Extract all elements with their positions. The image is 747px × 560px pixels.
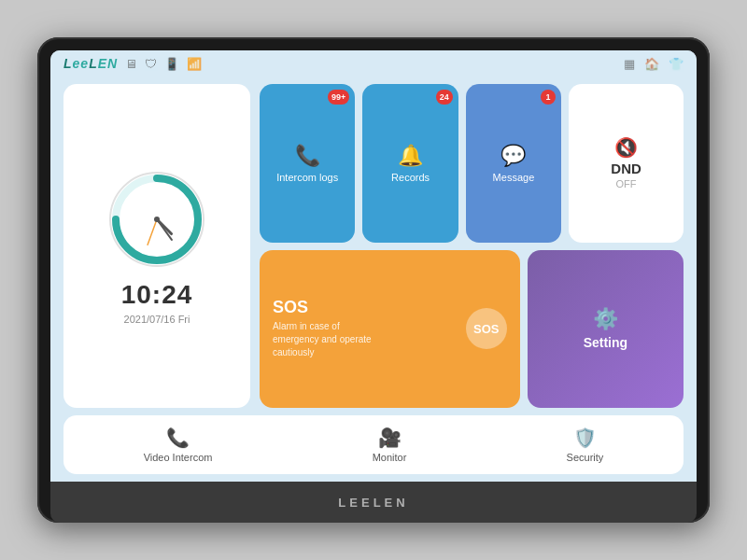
records-icon: 🔔 <box>398 144 423 168</box>
brand-logo: LeeLEN <box>63 56 118 71</box>
intercom-logs-label: Intercom logs <box>276 172 338 183</box>
nav-security[interactable]: 🛡️ Security <box>548 423 623 467</box>
monitor-icon: 🖥 <box>125 57 137 71</box>
message-label: Message <box>493 172 535 183</box>
security-icon: 🛡️ <box>573 427 597 449</box>
message-badge: 1 <box>541 90 556 105</box>
bottom-nav: 📞 Video Intercom 🎥 Monitor 🛡️ Security <box>63 415 684 474</box>
wifi-icon: 📶 <box>187 57 202 71</box>
sos-description: Alarm in case of emergency and operate c… <box>273 320 375 359</box>
sos-title: SOS <box>273 298 308 317</box>
sos-circle-label: SOS <box>473 322 499 336</box>
monitor-nav-icon: 🎥 <box>378 427 402 449</box>
dnd-status: OFF <box>616 178 637 189</box>
home-icon: 🏠 <box>644 57 659 71</box>
device-speaker: LEELEN <box>50 482 697 523</box>
records-label: Records <box>391 172 430 183</box>
video-intercom-label: Video Intercom <box>144 452 213 463</box>
shirt-icon: 👕 <box>669 57 684 71</box>
setting-gear-icon: ⚙️ <box>593 307 618 331</box>
bottom-row: SOS Alarm in case of emergency and opera… <box>260 250 684 409</box>
clock-face <box>106 168 208 271</box>
sos-circle-button[interactable]: SOS <box>466 308 507 349</box>
setting-label: Setting <box>584 335 627 350</box>
topbar: LeeLEN 🖥 🛡 📱 📶 ▦ 🏠 👕 <box>50 50 697 77</box>
phone-icon: 📱 <box>164 57 179 71</box>
setting-tile[interactable]: ⚙️ Setting <box>528 250 684 409</box>
bottom-brand-label: LEELEN <box>338 496 408 510</box>
video-intercom-icon: 📞 <box>166 427 190 449</box>
topbar-left: LeeLEN 🖥 🛡 📱 📶 <box>63 56 202 71</box>
message-icon: 💬 <box>500 144 526 168</box>
nav-video-intercom[interactable]: 📞 Video Intercom <box>125 423 232 467</box>
security-label: Security <box>567 452 604 463</box>
status-icons: 🖥 🛡 📱 📶 <box>125 57 202 71</box>
topbar-right-icons: ▦ 🏠 👕 <box>624 57 684 71</box>
monitor-label: Monitor <box>373 452 407 463</box>
top-row: 99+ 📞 Intercom logs 24 🔔 Records 1 💬 Mes… <box>260 84 684 243</box>
grid-icon: ▦ <box>624 57 635 71</box>
intercom-logs-icon: 📞 <box>295 144 320 168</box>
message-tile[interactable]: 1 💬 Message <box>466 84 561 243</box>
clock-date: 2021/07/16 Fri <box>124 314 190 325</box>
records-badge: 24 <box>436 90 453 105</box>
nav-monitor[interactable]: 🎥 Monitor <box>354 423 426 467</box>
intercom-logs-tile[interactable]: 99+ 📞 Intercom logs <box>260 84 355 243</box>
sos-tile[interactable]: SOS Alarm in case of emergency and opera… <box>260 250 520 409</box>
svg-point-7 <box>154 217 160 222</box>
dnd-mute-icon: 🔇 <box>614 136 638 159</box>
dnd-title: DND <box>611 161 641 176</box>
clock-panel: 10:24 2021/07/16 Fri <box>63 84 250 408</box>
records-tile[interactable]: 24 🔔 Records <box>362 84 458 243</box>
screen: LeeLEN 🖥 🛡 📱 📶 ▦ 🏠 👕 <box>50 50 697 482</box>
shield-icon: 🛡 <box>145 57 157 71</box>
main-content: 10:24 2021/07/16 Fri 99+ 📞 Intercom logs… <box>50 77 697 415</box>
device-frame: LeeLEN 🖥 🛡 📱 📶 ▦ 🏠 👕 <box>37 37 710 523</box>
grid-area: 99+ 📞 Intercom logs 24 🔔 Records 1 💬 Mes… <box>260 84 684 408</box>
clock-time: 10:24 <box>121 280 193 310</box>
dnd-tile[interactable]: 🔇 DND OFF <box>569 84 684 243</box>
intercom-logs-badge: 99+ <box>328 90 349 105</box>
